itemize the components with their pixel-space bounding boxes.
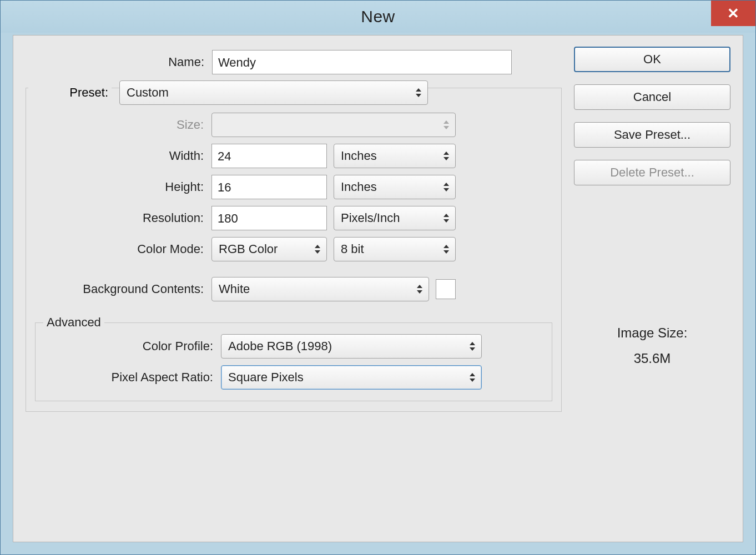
color-profile-row: Color Profile: Adobe RGB (1998) — [44, 331, 543, 362]
spinner-icon — [468, 340, 477, 352]
spinner-icon — [442, 181, 451, 193]
pixel-aspect-ratio-label: Pixel Aspect Ratio: — [44, 370, 213, 385]
height-input[interactable]: 16 — [211, 175, 327, 199]
save-preset-button[interactable]: Save Preset... — [574, 122, 730, 148]
color-mode-label: Color Mode: — [35, 242, 204, 256]
resolution-input[interactable]: 180 — [211, 206, 327, 230]
name-row: Name: Wendy — [26, 47, 562, 78]
cancel-button[interactable]: Cancel — [574, 84, 730, 110]
name-input[interactable]: Wendy — [212, 50, 512, 74]
spinner-icon — [442, 119, 451, 131]
new-document-dialog: New ✕ Name: Wendy Preset: Custom — [0, 0, 756, 555]
color-profile-select[interactable]: Adobe RGB (1998) — [221, 334, 482, 359]
color-mode-select[interactable]: RGB Color — [211, 237, 327, 261]
image-size-display: Image Size: 35.6M — [574, 325, 730, 366]
image-size-label: Image Size: — [574, 325, 730, 341]
height-label: Height: — [35, 180, 204, 194]
background-contents-select[interactable]: White — [211, 277, 429, 301]
size-select — [211, 113, 456, 137]
titlebar: New ✕ — [1, 1, 755, 33]
width-row: Width: 24 Inches — [35, 140, 552, 171]
color-mode-row: Color Mode: RGB Color 8 bit — [35, 234, 552, 265]
color-depth-select[interactable]: 8 bit — [334, 237, 456, 261]
spinner-icon — [468, 371, 477, 384]
spinner-icon — [442, 150, 451, 162]
spinner-icon — [313, 243, 322, 255]
spinner-icon — [414, 87, 423, 99]
resolution-row: Resolution: 180 Pixels/Inch — [35, 203, 552, 234]
window-title: New — [361, 7, 395, 26]
height-unit-select[interactable]: Inches — [334, 175, 456, 199]
close-icon: ✕ — [727, 6, 739, 21]
button-column: OK Cancel Save Preset... Delete Preset..… — [574, 47, 730, 532]
background-contents-label: Background Contents: — [35, 282, 204, 296]
size-row: Size: — [35, 109, 552, 140]
preset-label: Preset: — [28, 85, 112, 100]
width-unit-select[interactable]: Inches — [334, 144, 456, 168]
width-input[interactable]: 24 — [211, 144, 327, 168]
advanced-legend: Advanced — [43, 315, 104, 330]
resolution-unit-select[interactable]: Pixels/Inch — [334, 206, 456, 230]
spinner-icon — [442, 212, 451, 224]
pixel-aspect-ratio-select[interactable]: Square Pixels — [221, 365, 482, 390]
close-button[interactable]: ✕ — [711, 1, 755, 26]
pixel-aspect-ratio-row: Pixel Aspect Ratio: Square Pixels — [44, 362, 543, 393]
spinner-icon — [442, 243, 451, 255]
background-color-swatch[interactable] — [436, 279, 456, 299]
size-label: Size: — [35, 118, 204, 132]
background-contents-row: Background Contents: White — [35, 274, 552, 305]
width-label: Width: — [35, 149, 204, 163]
height-row: Height: 16 Inches — [35, 171, 552, 203]
color-profile-label: Color Profile: — [44, 339, 213, 354]
dialog-client-area: Name: Wendy Preset: Custom Size: — [13, 35, 743, 542]
image-size-value: 35.6M — [574, 351, 730, 366]
ok-button[interactable]: OK — [574, 47, 730, 72]
preset-fieldset: Preset: Custom Size: — [26, 88, 562, 412]
delete-preset-button: Delete Preset... — [574, 160, 730, 185]
spinner-icon — [415, 283, 424, 295]
resolution-label: Resolution: — [35, 211, 204, 225]
preset-select[interactable]: Custom — [119, 80, 428, 105]
name-label: Name: — [26, 55, 204, 69]
form-left-column: Name: Wendy Preset: Custom Size: — [26, 47, 562, 532]
advanced-fieldset: Advanced Color Profile: Adobe RGB (1998) — [35, 322, 552, 401]
